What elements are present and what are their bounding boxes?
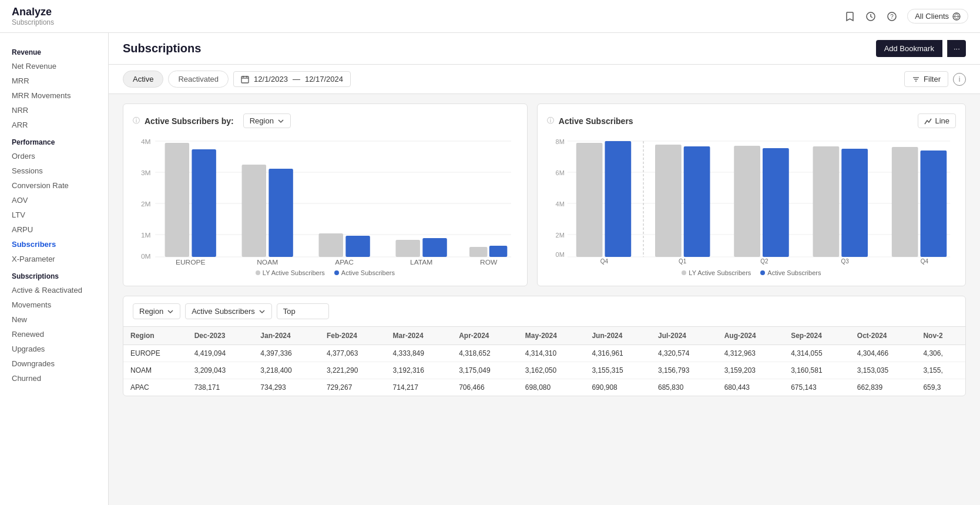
svg-rect-24 [242,165,266,257]
page-header: Subscriptions Add Bookmark ··· [109,33,980,65]
all-clients-button[interactable]: All Clients [907,9,968,24]
table-cell: 3,160,581 [784,362,850,379]
table-cell: 714,217 [386,379,452,396]
sidebar-item-subscribers[interactable]: Subscribers [0,237,108,252]
sidebar-item-arpu[interactable]: ARPU [0,222,108,237]
all-clients-icon [952,12,961,21]
sidebar-section-performance: Performance [0,132,108,149]
right-chart-legend: LY Active Subscribers Active Subscribers [547,269,956,276]
table-top-select[interactable]: Top [277,303,329,319]
metric-chevron-icon [259,308,266,315]
date-to: 12/17/2024 [305,75,343,83]
svg-text:LATAM: LATAM [410,259,432,265]
sidebar: Revenue Net Revenue MRR MRR Movements NR… [0,33,109,505]
all-clients-label: All Clients [915,12,949,21]
page-title: Subscriptions [123,42,201,55]
table-metric-select[interactable]: Active Subscribers [185,303,272,319]
help-icon[interactable]: ? [886,11,898,22]
sidebar-item-x-parameter[interactable]: X-Parameter [0,252,108,266]
active-tab[interactable]: Active [123,71,163,88]
col-mar2024: Mar-2024 [386,327,452,345]
filter-button[interactable]: Filter [904,71,948,87]
table-cell: 4,312,963 [717,345,784,362]
sidebar-item-sessions[interactable]: Sessions [0,163,108,178]
svg-text:2M: 2M [555,232,564,239]
sidebar-item-conversion-rate[interactable]: Conversion Rate [0,178,108,193]
filter-label: Filter [924,75,941,83]
sidebar-item-movements[interactable]: Movements [0,297,108,312]
table-cell: NOAM [123,362,187,379]
sidebar-item-mrr-movements[interactable]: MRR Movements [0,88,108,103]
col-jun2024: Jun-2024 [585,327,651,345]
svg-rect-26 [318,233,343,257]
add-bookmark-button[interactable]: Add Bookmark [876,40,942,57]
svg-text:Q3: Q3 [841,258,849,265]
col-feb2024: Feb-2024 [320,327,386,345]
date-range-picker[interactable]: 12/1/2023 — 12/17/2024 [233,71,351,87]
reactivated-tab[interactable]: Reactivated [168,71,229,88]
top-value-input[interactable] [299,307,323,316]
svg-text:0M: 0M [141,253,151,259]
table-cell: 4,306, [916,345,965,362]
app-header: Analyze Subscriptions ? All Clients [0,0,980,33]
col-dec2023: Dec-2023 [187,327,254,345]
table-section: Region Active Subscribers Top [123,296,966,396]
main-content: Subscriptions Add Bookmark ··· Active Re… [109,33,980,505]
sidebar-item-active-reactivated[interactable]: Active & Reactivated [0,283,108,297]
table-cell: 662,839 [850,379,917,396]
date-separator: — [293,75,300,83]
table-cell: 690,908 [585,379,651,396]
sidebar-item-churned[interactable]: Churned [0,371,108,386]
sidebar-item-aov[interactable]: AOV [0,193,108,208]
sidebar-item-mrr[interactable]: MRR [0,73,108,88]
svg-rect-53 [813,146,839,257]
table-cell: 4,333,849 [386,345,452,362]
info-button[interactable]: i [953,73,966,86]
right-chart-svg: 8M 6M 4M 2M 0M [547,135,956,265]
sidebar-item-nrr[interactable]: NRR [0,103,108,118]
table-metric-label: Active Subscribers [192,307,255,316]
table-region-select[interactable]: Region [133,303,180,319]
sidebar-item-ltv[interactable]: LTV [0,208,108,222]
table-cell: 729,267 [320,379,386,396]
svg-text:EUROPE: EUROPE [176,259,206,265]
svg-rect-25 [269,169,293,257]
bookmark-more-button[interactable]: ··· [947,40,966,57]
svg-rect-30 [469,247,488,257]
col-sep2024: Sep-2024 [784,327,850,345]
table-cell: APAC [123,379,187,396]
table-cell: 734,293 [253,379,320,396]
right-chart-card: ⓘ Active Subscribers Line 8M 6M 4M [537,103,966,286]
table-cell: 685,830 [651,379,717,396]
table-controls: Region Active Subscribers Top [123,296,965,327]
sidebar-item-renewed[interactable]: Renewed [0,327,108,342]
left-chart-info-icon: ⓘ [133,116,140,126]
svg-text:4M: 4M [555,200,564,208]
line-button[interactable]: Line [918,113,956,128]
table-cell: 3,155, [916,362,965,379]
sidebar-item-arr[interactable]: ARR [0,118,108,132]
app-subtitle: Subscriptions [12,18,54,26]
table-scroll-container[interactable]: Region Dec-2023 Jan-2024 Feb-2024 Mar-20… [123,327,965,396]
sidebar-item-upgrades[interactable]: Upgrades [0,342,108,356]
sidebar-item-orders[interactable]: Orders [0,149,108,163]
left-chart-legend: LY Active Subscribers Active Subscribers [133,269,518,276]
history-icon[interactable] [865,11,877,22]
sidebar-item-new[interactable]: New [0,312,108,327]
table-cell: 4,314,055 [784,345,850,362]
left-chart-svg: 4M 3M 2M 1M 0M [133,135,518,265]
table-region-label: Region [139,307,163,316]
region-select-dropdown[interactable]: Region [243,113,291,128]
svg-rect-54 [841,149,868,257]
table-cell: 3,221,290 [320,362,386,379]
svg-text:1M: 1M [141,232,151,238]
svg-text:Q1: Q1 [679,258,687,265]
sidebar-section-subscriptions: Subscriptions [0,266,108,283]
col-aug2024: Aug-2024 [717,327,784,345]
right-chart-header: ⓘ Active Subscribers Line [547,113,956,128]
app-header-branding: Analyze Subscriptions [12,6,54,26]
sidebar-item-net-revenue[interactable]: Net Revenue [0,59,108,73]
svg-text:4M: 4M [141,138,151,145]
bookmark-icon[interactable] [844,11,855,22]
sidebar-item-downgrades[interactable]: Downgrades [0,356,108,371]
